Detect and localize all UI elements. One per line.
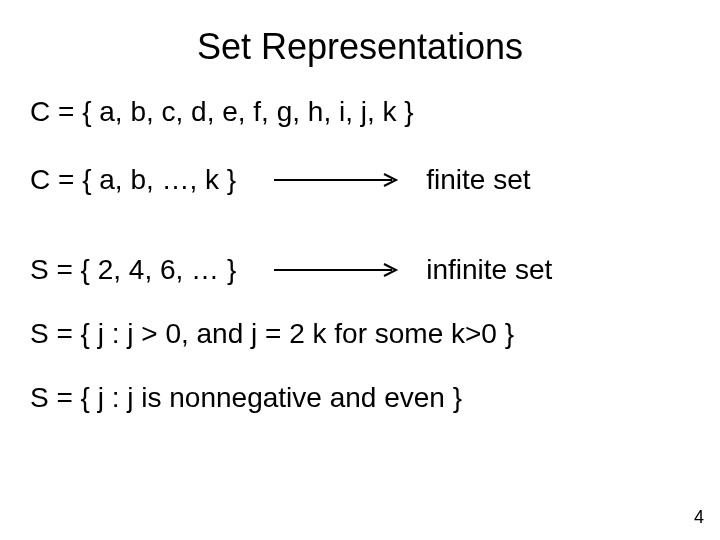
infinite-set-label: infinite set xyxy=(426,254,552,286)
arrow-icon xyxy=(274,262,404,278)
infinite-set-line: S = { 2, 4, 6, … } infinite set xyxy=(30,254,690,286)
line-5-text: S = { j : j is nonnegative and even } xyxy=(30,382,462,413)
line-1-text: C = { a, b, c, d, e, f, g, h, i, j, k } xyxy=(30,96,414,127)
set-builder-line-1: S = { j : j > 0, and j = 2 k for some k>… xyxy=(30,318,690,350)
line-4-text: S = { j : j > 0, and j = 2 k for some k>… xyxy=(30,318,514,349)
arrow-icon xyxy=(274,172,404,188)
set-builder-line-2: S = { j : j is nonnegative and even } xyxy=(30,382,690,414)
finite-set-label: finite set xyxy=(426,164,530,196)
finite-set-line: C = { a, b, …, k } finite set xyxy=(30,164,690,196)
finite-set-lhs: C = { a, b, …, k } xyxy=(30,164,236,196)
infinite-set-lhs: S = { 2, 4, 6, … } xyxy=(30,254,236,286)
page-number: 4 xyxy=(694,507,704,528)
set-definition-full: C = { a, b, c, d, e, f, g, h, i, j, k } xyxy=(30,96,690,128)
slide-title: Set Representations xyxy=(30,26,690,68)
slide: Set Representations C = { a, b, c, d, e,… xyxy=(0,0,720,414)
